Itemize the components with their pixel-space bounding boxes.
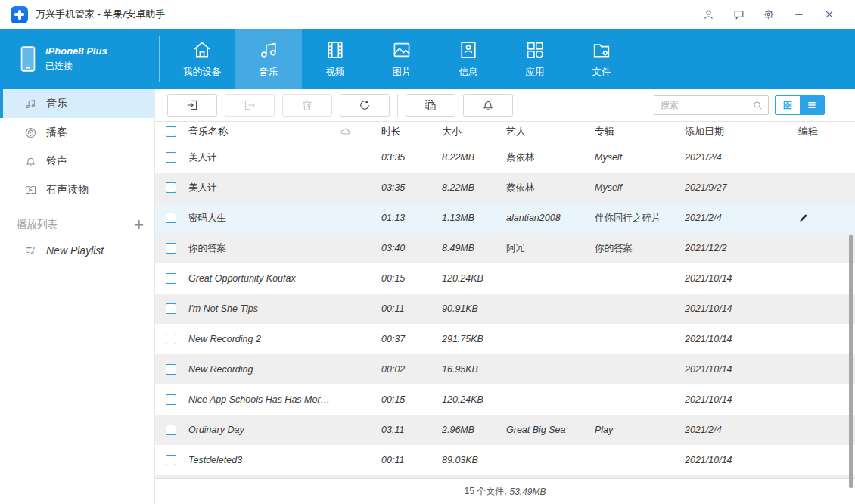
header-name[interactable]: 音乐名称	[188, 125, 340, 138]
tab-photos[interactable]: 图片	[368, 29, 435, 89]
row-checkbox[interactable]	[166, 213, 176, 223]
table-row[interactable]: 你的答案 03:40 8.49MB 阿冗 你的答案 2021/12/2	[155, 233, 855, 263]
table-row[interactable]: New Recording 2 00:37 291.75KB 2021/10/1…	[155, 324, 855, 354]
sidebar-item-new-playlist[interactable]: New Playlist	[0, 236, 154, 265]
select-all-checkbox[interactable]	[166, 126, 176, 137]
row-checkbox[interactable]	[166, 425, 176, 435]
table-row[interactable]: Testdeleted3 00:11 89.03KB 2021/10/14	[155, 445, 855, 475]
ringtone-bell-icon	[24, 155, 37, 168]
tab-apps[interactable]: 应用	[502, 29, 568, 89]
row-checkbox[interactable]	[166, 182, 176, 193]
search-icon[interactable]	[752, 100, 763, 111]
song-name: Testdeleted3	[188, 455, 340, 465]
phone-icon	[18, 45, 38, 73]
table-row[interactable]: 美人计 03:35 8.22MB 蔡依林 Myself 2021/2/4	[155, 142, 855, 173]
header-album[interactable]: 专辑	[595, 125, 685, 138]
sidebar-item-audiobooks[interactable]: 有声读物	[0, 176, 154, 204]
minimize-icon[interactable]	[784, 3, 814, 26]
song-duration: 03:40	[381, 243, 442, 254]
header-edit: 编辑	[798, 125, 855, 138]
device-name: iPhone8 Plus	[45, 45, 107, 57]
song-table-body: 美人计 03:35 8.22MB 蔡依林 Myself 2021/2/4 美人计…	[155, 142, 855, 475]
grid-icon	[782, 100, 793, 110]
close-icon[interactable]	[814, 3, 844, 26]
header-duration[interactable]: 时长	[381, 125, 442, 138]
sidebar-item-ringtones[interactable]: 铃声	[0, 147, 154, 176]
song-size: 120.24KB	[442, 394, 506, 405]
row-checkbox[interactable]	[166, 334, 176, 344]
deduplicate-button[interactable]	[406, 94, 455, 117]
header-date[interactable]: 添加日期	[685, 125, 798, 138]
song-name: Great Opportunity Koufax	[188, 273, 340, 284]
song-date: 2021/10/14	[685, 273, 798, 284]
table-row[interactable]: I'm Not She Tips 00:11 90.91KB 2021/10/1…	[155, 294, 855, 324]
tab-information[interactable]: 信息	[435, 29, 502, 89]
row-checkbox[interactable]	[166, 394, 176, 405]
contacts-icon	[458, 39, 479, 61]
tab-video[interactable]: 视频	[302, 29, 368, 89]
tab-music[interactable]: 音乐	[235, 29, 302, 89]
refresh-icon	[358, 98, 372, 112]
row-checkbox[interactable]	[166, 243, 176, 254]
ringtone-maker-button[interactable]	[463, 94, 513, 117]
tab-label: 文件	[592, 66, 611, 79]
row-checkbox[interactable]	[166, 455, 176, 465]
song-size: 89.03KB	[442, 455, 506, 465]
tab-my-device[interactable]: 我的设备	[169, 29, 235, 89]
header-size[interactable]: 大小	[442, 125, 506, 138]
song-album: 你的答案	[595, 242, 685, 255]
search-input[interactable]	[661, 100, 752, 110]
table-row[interactable]: 美人计 03:35 8.22MB 蔡依林 Myself 2021/9/27	[155, 173, 855, 203]
song-album: Myself	[595, 182, 685, 193]
song-size: 8.22MB	[442, 182, 506, 193]
table-row[interactable]: Nice App Schools Has Has Morning 00:15 1…	[155, 384, 855, 415]
song-name: New Recording	[188, 364, 340, 375]
import-button[interactable]	[167, 94, 217, 117]
song-size: 291.75KB	[442, 334, 506, 344]
audiobook-icon	[24, 184, 37, 197]
song-date: 2021/9/27	[685, 182, 798, 193]
add-playlist-button[interactable]: +	[134, 216, 144, 233]
sidebar-item-music[interactable]: 音乐	[0, 89, 154, 118]
row-checkbox[interactable]	[166, 303, 176, 314]
row-checkbox[interactable]	[166, 152, 176, 163]
vertical-scrollbar[interactable]	[849, 235, 853, 488]
feedback-icon[interactable]	[723, 3, 754, 26]
table-row[interactable]: Ordinary Day 03:11 2.96MB Great Big Sea …	[155, 415, 855, 445]
total-size: 53.49MB	[509, 487, 546, 497]
app-title: 万兴手机管家 - 苹果/安卓助手	[36, 8, 165, 21]
list-view-button[interactable]	[800, 96, 824, 114]
refresh-button[interactable]	[340, 94, 390, 117]
song-duration: 00:15	[381, 273, 442, 284]
song-date: 2021/2/4	[685, 213, 798, 223]
settings-icon[interactable]	[754, 3, 784, 26]
sidebar-item-label: 铃声	[46, 154, 67, 168]
table-row[interactable]: Great Opportunity Koufax 00:15 120.24KB …	[155, 263, 855, 294]
search-box	[654, 95, 769, 115]
video-icon	[325, 39, 346, 61]
table-header: 音乐名称 时长 大小 艺人 专辑 添加日期 编辑	[155, 121, 855, 142]
row-checkbox[interactable]	[166, 273, 176, 284]
song-album: Play	[595, 425, 685, 435]
song-size: 120.24KB	[442, 273, 506, 284]
nav-bar: iPhone8 Plus 已连接 我的设备 音乐 视频	[0, 29, 855, 89]
toolbar-divider	[397, 94, 398, 117]
table-row[interactable]: 密码人生 01:13 1.13MB alantian2008 伴你同行之碎片 2…	[155, 203, 855, 233]
edit-pencil-icon[interactable]	[798, 213, 809, 223]
table-row[interactable]: New Recording 00:02 16.95KB 2021/10/14	[155, 354, 855, 384]
row-checkbox[interactable]	[166, 364, 176, 375]
song-name: 你的答案	[188, 242, 340, 255]
song-size: 2.96MB	[442, 425, 506, 435]
song-size: 8.49MB	[442, 243, 506, 254]
sidebar: 音乐 播客 铃声 有声读物 播放列表	[0, 89, 155, 504]
playlist-icon	[24, 244, 37, 257]
grid-view-button[interactable]	[776, 96, 800, 114]
tab-files[interactable]: 文件	[568, 29, 635, 89]
song-date: 2021/2/4	[685, 425, 798, 435]
header-artist[interactable]: 艺人	[506, 125, 595, 138]
sidebar-item-podcasts[interactable]: 播客	[0, 118, 154, 147]
song-artist: alantian2008	[506, 213, 595, 223]
song-duration: 03:35	[381, 152, 442, 163]
song-date: 2021/10/14	[685, 364, 798, 375]
account-icon[interactable]	[693, 3, 723, 26]
